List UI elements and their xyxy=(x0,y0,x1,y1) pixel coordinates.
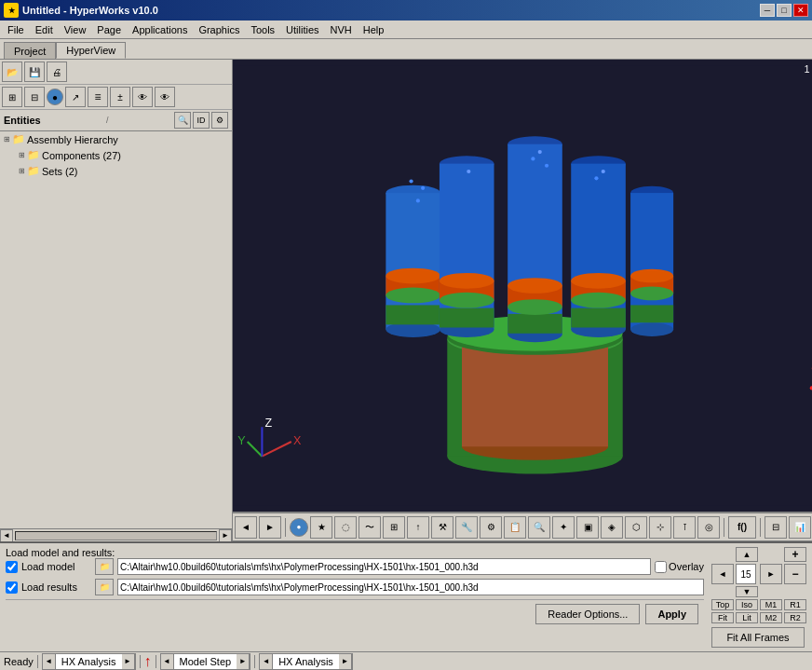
nav-lit-btn[interactable]: Lit xyxy=(736,612,758,623)
nav-iso-btn[interactable]: Iso xyxy=(736,599,758,610)
bt-tool6[interactable]: ✦ xyxy=(552,516,575,539)
nav-top-btn[interactable]: Top xyxy=(711,599,734,610)
nav-up-btn[interactable]: ▲ xyxy=(736,547,758,562)
tree-assembly-hierarchy[interactable]: ⊞ 📁 Assembly Hierarchy xyxy=(0,131,232,147)
bt-fx[interactable]: f() xyxy=(728,516,756,539)
hx-next-btn[interactable]: ► xyxy=(122,654,135,669)
bt-tool7[interactable]: ▣ xyxy=(576,516,599,539)
fit-all-frames-button[interactable]: Fit All Frames xyxy=(711,627,805,648)
tb-grid-1[interactable]: ⊞ xyxy=(2,87,22,107)
bt-tool10[interactable]: ⊹ xyxy=(649,516,671,539)
tb-eye2[interactable]: 👁 xyxy=(155,87,175,107)
tree-sets[interactable]: ⊞ 📁 Sets (2) xyxy=(0,163,232,179)
nav-zoom-out[interactable]: − xyxy=(784,564,806,584)
nav-row-2: ◄ ► − xyxy=(711,564,806,584)
bt-chart[interactable]: 📊 xyxy=(789,516,811,539)
bt-tool5[interactable]: 🔍 xyxy=(528,516,550,539)
ent-id-icon[interactable]: ID xyxy=(193,112,210,129)
toolbar-row-2: ⊞ ⊟ ● ↗ ≡ ± 👁 👁 xyxy=(0,85,232,110)
horizontal-scrollbar-track[interactable] xyxy=(15,531,217,540)
menu-utilities[interactable]: Utilities xyxy=(280,22,324,37)
nav-fit-btn[interactable]: Fit xyxy=(711,612,734,623)
hx-right-prev-btn[interactable]: ◄ xyxy=(260,654,273,669)
hx-analysis-left-control[interactable]: ◄ HX Analysis ► xyxy=(42,653,136,670)
model-next-btn[interactable]: ► xyxy=(237,654,250,669)
components-folder-icon: 📁 xyxy=(27,149,40,161)
model-step-control[interactable]: ◄ Model Step ► xyxy=(160,653,251,670)
tb-circle[interactable]: ● xyxy=(47,89,63,105)
hx-analysis-right-control[interactable]: ◄ HX Analysis ► xyxy=(259,653,353,670)
menu-edit[interactable]: Edit xyxy=(30,22,59,37)
nav-m2-btn[interactable]: M2 xyxy=(760,612,782,623)
tb-save[interactable]: 💾 xyxy=(24,62,45,82)
expand-components[interactable]: ⊞ xyxy=(19,151,25,159)
menu-nvh[interactable]: NVH xyxy=(325,22,358,37)
hx-prev-btn[interactable]: ◄ xyxy=(43,654,56,669)
nav-r1-btn[interactable]: R1 xyxy=(784,599,806,610)
bt-arc[interactable]: ◌ xyxy=(334,516,357,539)
left-scrollbar[interactable]: ◄ ► xyxy=(0,528,232,541)
ent-search-icon[interactable]: 🔍 xyxy=(174,112,191,129)
bt-grid-t[interactable]: ⊞ xyxy=(383,516,405,539)
bt-table[interactable]: ⊟ xyxy=(765,516,787,539)
bt-circle-btn[interactable]: ● xyxy=(290,518,308,537)
bt-arrow-left[interactable]: ◄ xyxy=(235,516,257,539)
bt-arrow-up[interactable]: ↑ xyxy=(407,516,429,539)
menu-tools[interactable]: Tools xyxy=(245,22,280,37)
tb-grid-2[interactable]: ⊟ xyxy=(24,87,45,107)
tb-cursor[interactable]: ↗ xyxy=(65,87,86,107)
nav-left-btn[interactable]: ◄ xyxy=(711,564,734,584)
load-model-checkbox[interactable] xyxy=(6,561,18,573)
bt-arrow-right[interactable]: ► xyxy=(259,516,281,539)
menu-applications[interactable]: Applications xyxy=(127,22,193,37)
menu-help[interactable]: Help xyxy=(358,22,390,37)
expand-sets[interactable]: ⊞ xyxy=(19,167,25,175)
tb-print[interactable]: 🖨 xyxy=(47,62,67,82)
menu-page[interactable]: Page xyxy=(91,22,127,37)
bt-tool9[interactable]: ⬡ xyxy=(625,516,647,539)
overlay-checkbox[interactable] xyxy=(655,561,667,573)
bt-star[interactable]: ★ xyxy=(310,516,332,539)
viewport[interactable]: 1 of 1 xyxy=(233,60,812,512)
bt-tool11[interactable]: ⊺ xyxy=(673,516,696,539)
nav-number-input[interactable] xyxy=(736,564,756,584)
menu-file[interactable]: File xyxy=(2,22,30,37)
bt-tool12[interactable]: ◎ xyxy=(697,516,720,539)
apply-button[interactable]: Apply xyxy=(645,604,698,624)
ent-gear-icon[interactable]: ⚙ xyxy=(211,112,228,129)
nav-down-btn[interactable]: ▼ xyxy=(736,586,758,597)
menu-view[interactable]: View xyxy=(59,22,92,37)
tb-plusminus[interactable]: ± xyxy=(110,87,130,107)
tb-lines[interactable]: ≡ xyxy=(88,87,108,107)
tab-project[interactable]: Project xyxy=(4,42,56,59)
nav-m1-btn[interactable]: M1 xyxy=(760,599,782,610)
nav-right-btn[interactable]: ► xyxy=(760,564,782,584)
load-results-checkbox[interactable] xyxy=(6,581,18,594)
status-divider-1 xyxy=(37,655,38,668)
expand-assembly[interactable]: ⊞ xyxy=(4,135,10,144)
load-model-browse[interactable]: 📁 xyxy=(95,558,114,575)
hx-right-next-btn[interactable]: ► xyxy=(339,654,352,669)
tree-components[interactable]: ⊞ 📁 Components (27) xyxy=(0,147,232,163)
model-prev-btn[interactable]: ◄ xyxy=(161,654,174,669)
close-button[interactable]: ✕ xyxy=(793,4,808,17)
load-results-browse[interactable]: 📁 xyxy=(95,579,114,595)
maximize-button[interactable]: □ xyxy=(777,4,792,17)
scroll-left-btn[interactable]: ◄ xyxy=(0,529,13,542)
nav-r2-btn[interactable]: R2 xyxy=(784,612,806,623)
tab-hyperview[interactable]: HyperView xyxy=(56,42,126,59)
bt-wave[interactable]: 〜 xyxy=(359,516,381,539)
bt-tool3[interactable]: ⚙ xyxy=(480,516,502,539)
scroll-right-btn[interactable]: ► xyxy=(219,529,232,542)
tab-bar: Project HyperView xyxy=(0,39,812,60)
reader-options-button[interactable]: Reader Options... xyxy=(535,604,640,624)
bt-tool4[interactable]: 📋 xyxy=(504,516,526,539)
bt-tool1[interactable]: ⚒ xyxy=(431,516,453,539)
minimize-button[interactable]: ─ xyxy=(760,4,775,17)
nav-zoom-in[interactable]: + xyxy=(784,547,806,562)
menu-graphics[interactable]: Graphics xyxy=(193,22,245,37)
bt-tool2[interactable]: 🔧 xyxy=(455,516,478,539)
tb-open[interactable]: 📂 xyxy=(2,62,22,82)
tb-eye1[interactable]: 👁 xyxy=(132,87,153,107)
bt-tool8[interactable]: ◈ xyxy=(601,516,623,539)
